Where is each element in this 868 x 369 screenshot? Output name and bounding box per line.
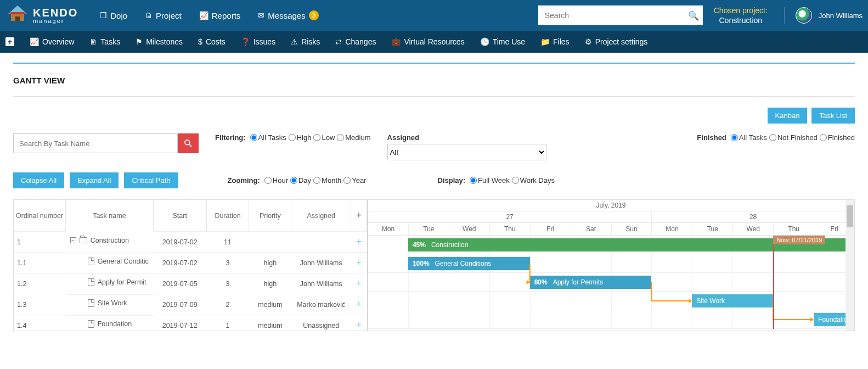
cell-assigned: John Williams	[291, 273, 351, 294]
filtering-radio[interactable]	[250, 134, 257, 141]
subnav-issues[interactable]: ❓Issues	[241, 37, 275, 46]
zooming-radio[interactable]	[290, 177, 297, 184]
grid-header: Duration	[206, 200, 249, 232]
add-task-icon[interactable]: +	[351, 232, 367, 253]
nav-label: Project	[156, 11, 182, 20]
zooming-option[interactable]: Hour	[264, 176, 288, 185]
chosen-project-name: Construction	[714, 15, 768, 25]
zooming-option[interactable]: Year	[343, 176, 366, 185]
subnav-label: Milestones	[146, 37, 183, 46]
filtering-radio[interactable]	[289, 134, 296, 141]
zooming-option[interactable]: Day	[290, 176, 311, 185]
finished-radio[interactable]	[769, 134, 776, 141]
subnav-risks[interactable]: ⚠Risks	[291, 37, 320, 46]
document-icon	[88, 299, 94, 307]
add-task-icon[interactable]: +	[351, 253, 367, 273]
gantt-scrollbar[interactable]	[846, 200, 854, 331]
avatar[interactable]	[796, 7, 812, 24]
subnav-milestones[interactable]: ⚑Milestones	[136, 37, 183, 46]
display-radio[interactable]	[470, 177, 477, 184]
collapse-all-button[interactable]: Colapse All	[13, 172, 64, 188]
exchange-icon: ⇄	[335, 37, 342, 46]
assigned-select[interactable]: All	[387, 144, 546, 160]
zooming-radio[interactable]	[264, 177, 272, 184]
subnav-time-use[interactable]: 🕓Time Use	[480, 37, 525, 46]
cell-start: 2019-07-09	[153, 294, 206, 315]
filtering-option[interactable]: All Tasks	[250, 133, 286, 142]
subnav-label: Virtual Resources	[404, 37, 464, 46]
subnav-virtual-resources[interactable]: 💼Virtual Resources	[391, 37, 464, 46]
task-name-text: Foundation	[98, 320, 132, 328]
nav-reports[interactable]: 📈Reports	[199, 10, 241, 20]
expand-all-button[interactable]: Expand All	[70, 172, 119, 188]
add-column-icon[interactable]: +	[351, 200, 367, 232]
gantt-day: Tue	[692, 223, 732, 235]
gantt-day: Sun	[611, 223, 652, 235]
add-new-icon[interactable]: +	[5, 37, 14, 46]
zooming-label: Month	[322, 176, 341, 185]
task-search[interactable]	[13, 133, 199, 153]
display-option[interactable]: Work Days	[512, 176, 555, 185]
subnav-changes[interactable]: ⇄Changes	[335, 37, 376, 46]
nav-messages[interactable]: ✉Messages3	[258, 10, 318, 20]
user-name[interactable]: John Williams	[819, 12, 863, 20]
subnav-label: Risks	[301, 37, 320, 46]
kanban-button[interactable]: Kanban	[768, 108, 808, 124]
subnav-files[interactable]: 📁Files	[540, 37, 570, 46]
gantt-bar[interactable]: 80%Apply for Permits	[530, 276, 652, 289]
finished-radio[interactable]	[820, 134, 827, 141]
task-name-text: Apply for Permit	[98, 278, 146, 286]
task-list-button[interactable]: Task List	[811, 108, 855, 124]
nav-project[interactable]: 🗎Project	[145, 10, 182, 20]
file-icon: 🗎	[145, 11, 153, 20]
table-row[interactable]: 1.1General Conditic2019-07-023highJohn W…	[14, 253, 367, 273]
assigned-label: Assigned	[387, 133, 420, 142]
gantt-bar[interactable]: 100%General Conditions	[408, 257, 530, 270]
logo[interactable]: KENDO manager	[5, 4, 78, 26]
filtering-radio[interactable]	[337, 134, 344, 141]
task-search-button[interactable]	[178, 133, 199, 153]
zooming-radio[interactable]	[313, 177, 320, 184]
filtering-radio[interactable]	[313, 134, 320, 141]
filtering-label: Low	[322, 133, 335, 142]
subnav-costs[interactable]: $Costs	[198, 37, 226, 46]
table-row[interactable]: 1.4Foundation2019-07-121mediumUnassigned…	[14, 315, 367, 332]
subnav-project-settings[interactable]: ⚙Project settings	[585, 37, 648, 46]
add-task-icon[interactable]: +	[351, 273, 367, 294]
gantt-bar[interactable]: Site Work	[692, 294, 773, 308]
filtering-option[interactable]: Medium	[337, 133, 370, 142]
global-search-input[interactable]	[538, 11, 684, 20]
search-icon	[184, 139, 192, 147]
display-option[interactable]: Full Week	[470, 176, 510, 185]
add-task-icon[interactable]: +	[351, 294, 367, 315]
table-row[interactable]: 1.2Apply for Permit2019-07-053highJohn W…	[14, 273, 367, 294]
display-radio[interactable]	[512, 177, 519, 184]
task-name-text: Site Work	[98, 299, 127, 307]
filtering-option[interactable]: Low	[313, 133, 335, 142]
cell-ordinal: 1.1	[14, 253, 66, 273]
finished-label: Not Finished	[777, 133, 818, 142]
task-search-input[interactable]	[13, 133, 178, 153]
subnav-tasks[interactable]: 🗎Tasks	[89, 37, 120, 46]
critical-path-button[interactable]: Critical Path	[124, 172, 178, 188]
table-row[interactable]: 1−Construction2019-07-0211+	[14, 232, 367, 253]
zooming-radio[interactable]	[343, 177, 351, 184]
filtering-option[interactable]: High	[289, 133, 312, 142]
finished-option[interactable]: Finished	[820, 133, 855, 142]
finished-radio[interactable]	[731, 134, 738, 141]
add-task-icon[interactable]: +	[351, 315, 367, 332]
cell-duration: 2	[206, 294, 249, 315]
svg-point-4	[185, 140, 190, 145]
search-icon[interactable]: 🔍	[684, 10, 703, 21]
finished-option[interactable]: Not Finished	[769, 133, 818, 142]
collapse-toggle-icon[interactable]: −	[70, 237, 76, 243]
global-search[interactable]: 🔍	[538, 5, 703, 25]
finished-option[interactable]: All Tasks	[731, 133, 767, 142]
subnav-overview[interactable]: 📈Overview	[30, 37, 74, 46]
cogs-icon: ⚙	[585, 37, 592, 46]
nav-dojo[interactable]: ❐Dojo	[100, 10, 127, 20]
grid-header: Start	[153, 200, 206, 232]
table-row[interactable]: 1.3Site Work2019-07-092mediumMarko marko…	[14, 294, 367, 315]
cell-task-name: Foundation	[66, 315, 153, 332]
zooming-option[interactable]: Month	[313, 176, 341, 185]
